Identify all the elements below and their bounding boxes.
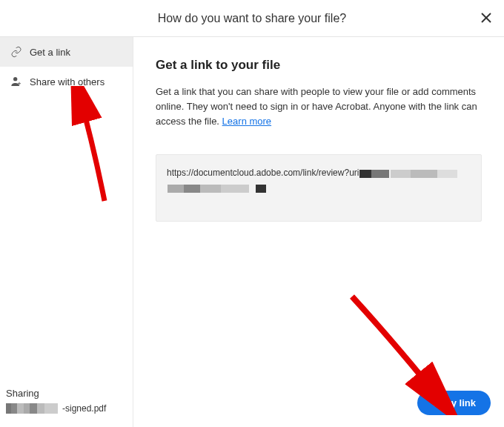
dialog-header: How do you want to share your file? [0, 0, 504, 37]
close-button[interactable] [477, 9, 495, 27]
link-url-box[interactable]: https://documentcloud.adobe.com/link/rev… [156, 154, 482, 222]
file-suffix: -signed.pdf [62, 403, 106, 414]
sidebar: Get a link Share with others Sharing -si… [0, 37, 133, 427]
dialog-body: Get a link Share with others Sharing -si… [0, 37, 504, 427]
link-url-text: https://documentcloud.adobe.com/link/rev… [167, 168, 359, 178]
redacted-url-part [256, 185, 266, 193]
redacted-url-part [168, 185, 249, 193]
dialog-title: How do you want to share your file? [158, 12, 346, 25]
sidebar-item-get-link[interactable]: Get a link [0, 37, 133, 67]
redacted-url-part [359, 170, 389, 178]
svg-point-3 [19, 83, 20, 85]
sidebar-list: Get a link Share with others [0, 37, 133, 380]
panel-description: Get a link that you can share with peopl… [156, 85, 482, 129]
redacted-filename [6, 403, 58, 414]
description-text: Get a link that you can share with peopl… [156, 86, 477, 127]
link-icon [10, 46, 22, 58]
redacted-url-part [391, 170, 457, 178]
sidebar-item-label: Share with others [30, 76, 105, 87]
close-icon [480, 12, 492, 24]
main-panel: Get a link to your file Get a link that … [133, 37, 504, 427]
copy-link-button[interactable]: Copy link [417, 391, 491, 415]
learn-more-link[interactable]: Learn more [222, 116, 271, 127]
sidebar-item-label: Get a link [30, 47, 70, 58]
sharing-label: Sharing [6, 388, 127, 399]
panel-title: Get a link to your file [156, 58, 482, 73]
person-add-icon [10, 76, 22, 87]
share-dialog: How do you want to share your file? Get … [0, 0, 504, 427]
sidebar-item-share-others[interactable]: Share with others [0, 67, 133, 96]
svg-point-2 [13, 77, 17, 81]
sidebar-footer: Sharing -signed.pdf [0, 380, 133, 427]
file-row: -signed.pdf [6, 403, 127, 414]
